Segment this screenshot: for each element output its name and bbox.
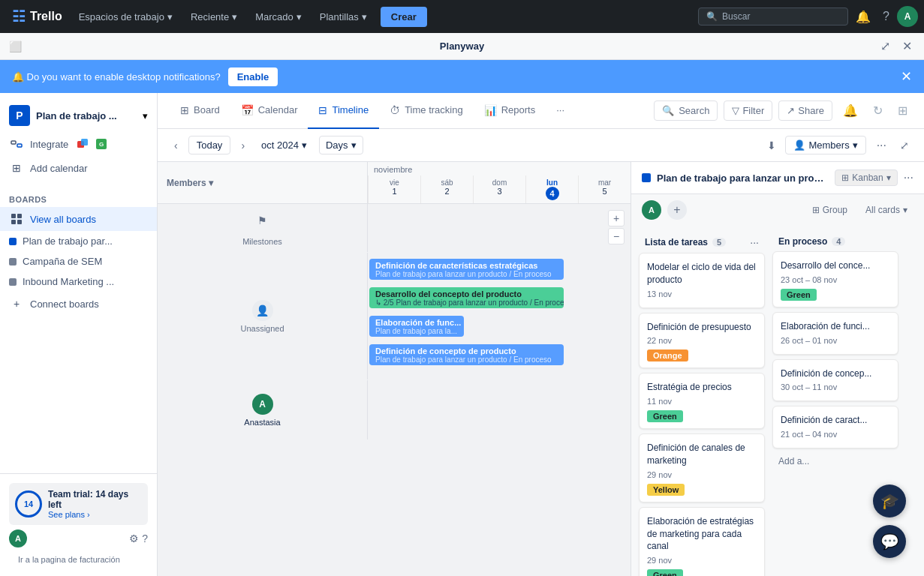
add-card-button[interactable]: Add a... (772, 453, 898, 470)
task-bar-3[interactable]: Elaboración de func... Plan de trabajo p… (369, 316, 464, 337)
kanban-card[interactable]: Definición de concep... 30 oct – 11 nov (772, 359, 898, 402)
tab-board[interactable]: ⊞ Board (170, 93, 230, 129)
date-picker[interactable]: oct 2024 ▾ (255, 136, 313, 154)
col-1-more-button[interactable]: ··· (750, 236, 759, 248)
kanban-card[interactable]: Estratégia de precios 11 nov Green (639, 373, 765, 429)
refresh-icon[interactable]: ↻ (868, 99, 887, 122)
kanban-card[interactable]: Desarrollo del conce... 23 oct – 08 nov … (772, 251, 898, 308)
sidebar-item-campana-sem[interactable]: Campaña de SEM (0, 251, 157, 272)
kanban-card[interactable]: Elaboración de estratégias de marketing … (639, 507, 765, 576)
tab-reports[interactable]: 📊 Reports (474, 93, 546, 129)
user-avatar[interactable]: A (897, 6, 918, 27)
plan-trabajo-label: Plan de trabajo par... (23, 236, 113, 247)
help-icon[interactable]: ? (878, 5, 894, 28)
all-cards-button[interactable]: All cards ▾ (859, 202, 913, 218)
sidebar-toggle-icon[interactable]: ⬜ (9, 40, 22, 52)
search-bar[interactable]: 🔍 Buscar (698, 8, 848, 26)
close-icon[interactable]: ✕ (899, 38, 915, 55)
tab-timeline[interactable]: ⊟ Timeline (308, 93, 379, 129)
group-button[interactable]: ⊞ Group (806, 202, 853, 218)
tab-calendar[interactable]: 📅 Calendar (230, 93, 309, 129)
tab-more[interactable]: ··· (546, 93, 575, 129)
chevron-down-icon: ▾ (853, 140, 858, 151)
col-1-title: Lista de tareas (645, 237, 708, 248)
anastasia-name: Anastasia (244, 418, 280, 427)
board-color-dot (9, 258, 17, 266)
kanban-card[interactable]: Definición de canales de marketing 29 no… (639, 434, 765, 502)
download-button[interactable]: ⬇ (764, 136, 779, 154)
members-button[interactable]: 👤 Members ▾ (785, 136, 865, 154)
milestones-label: Milestones (242, 237, 282, 246)
enable-notifications-button[interactable]: Enable (228, 68, 278, 86)
next-date-button[interactable]: › (236, 137, 249, 154)
timeline-toolbar: ‹ Today › oct 2024 ▾ Days ▾ ⬇ 👤 Members … (158, 129, 924, 162)
kanban-view-label: Kanban (852, 172, 883, 183)
notification-close-button[interactable]: ✕ (901, 68, 912, 85)
filter-button[interactable]: ▽ Filter (724, 100, 772, 121)
expand-icon[interactable]: ⤢ (877, 38, 893, 55)
kanban-subheader: A + ⊞ Group All cards ▾ (631, 194, 924, 226)
campana-sem-label: Campaña de SEM (23, 256, 102, 267)
timeline-more-button[interactable]: ··· (872, 137, 891, 154)
sidebar-bottom: 14 Team trial: 14 days left See plans › … (0, 473, 157, 576)
see-plans-link[interactable]: See plans › (48, 510, 142, 519)
tab-time-tracking[interactable]: ⏱ Time tracking (379, 93, 474, 129)
chevron-down-icon: ▾ (296, 11, 302, 22)
kanban-card[interactable]: Definición de caract... 21 oct – 04 nov (772, 406, 898, 448)
workspace-item[interactable]: P Plan de trabajo ... ▾ (0, 99, 157, 132)
notification-icon[interactable]: 🔔 (851, 5, 875, 28)
zoom-out-button[interactable]: − (608, 228, 625, 244)
task-subtitle-4: Plan de trabajo para lanzar un producto … (375, 356, 552, 364)
card-title: Definición de caract... (781, 414, 890, 427)
task-bar-2[interactable]: Desarrollo del concepto del producto ↳ 2… (369, 287, 564, 308)
trial-badge: 14 Team trial: 14 days left See plans › (9, 483, 148, 525)
expand-button[interactable]: ⤢ (897, 136, 912, 154)
sidebar-item-integrate[interactable]: Integrate G (0, 132, 157, 156)
connect-boards-label: Connect boards (30, 298, 99, 310)
boards-section: Boards View all boards Plan de trabajo p… (0, 186, 157, 322)
sidebar-item-plan-trabajo[interactable]: Plan de trabajo par... (0, 231, 157, 251)
tab-timeline-label: Timeline (332, 104, 369, 116)
create-button[interactable]: Crear (381, 7, 427, 27)
kanban-view-button[interactable]: ⊞ Kanban ▾ (835, 170, 897, 186)
svg-rect-3 (81, 139, 88, 146)
share-icon: ↗ (787, 105, 795, 116)
sidebar-item-add-calendar[interactable]: ⊞ Add calendar (0, 156, 157, 180)
prev-date-button[interactable]: ‹ (170, 137, 182, 154)
sidebar-item-view-all-boards[interactable]: View all boards (0, 207, 157, 231)
kanban-card[interactable]: Modelar el ciclo de vida del producto 13… (639, 253, 765, 308)
workspaces-nav[interactable]: Espacios de trabajo ▾ (71, 8, 180, 26)
billing-link[interactable]: Ir a la pagina de facturación (9, 552, 148, 567)
svg-text:G: G (99, 141, 104, 148)
col-2-title: En proceso (778, 236, 827, 247)
chevron-down-icon: ▾ (167, 11, 173, 22)
card-date: 13 nov (647, 290, 757, 298)
today-button[interactable]: Today (188, 136, 231, 154)
starred-nav[interactable]: Marcado ▾ (248, 8, 309, 26)
kanban-more-button[interactable]: ··· (904, 171, 913, 184)
help-icon[interactable]: ? (142, 532, 148, 544)
task-bar-1[interactable]: Definición de características estratégic… (369, 259, 564, 280)
kanban-col-header-2: En proceso 4 (772, 232, 898, 251)
card-date: 23 oct – 08 nov (781, 275, 890, 284)
learning-fab-button[interactable]: 🎓 (873, 484, 906, 518)
chat-fab-button[interactable]: 💬 (873, 525, 906, 558)
share-button[interactable]: ↗ Share (778, 100, 832, 121)
sidebar-item-inbound-marketing[interactable]: Inbound Marketing ... (0, 272, 157, 292)
kanban-card[interactable]: Elaboración de funci... 26 oct – 01 nov (772, 312, 898, 355)
zoom-in-button[interactable]: + (608, 210, 625, 226)
layout-icon[interactable]: ⊞ (893, 99, 912, 122)
templates-nav[interactable]: Plantillas ▾ (312, 8, 375, 26)
window-title: Planyway (440, 40, 484, 52)
recent-nav[interactable]: Reciente ▾ (183, 8, 245, 26)
view-selector[interactable]: Days ▾ (319, 136, 363, 154)
sidebar-item-connect-boards[interactable]: + Connect boards (0, 292, 157, 316)
svg-rect-6 (11, 214, 16, 218)
notification-bell-icon[interactable]: 🔔 (838, 99, 862, 122)
day-col-1: vie 1 (368, 176, 420, 203)
add-member-button[interactable]: + (667, 200, 687, 220)
kanban-card[interactable]: Definición de presupuesto 22 nov Orange (639, 313, 765, 369)
search-bar[interactable]: 🔍 Search (654, 100, 718, 121)
settings-icon[interactable]: ⚙ (129, 532, 139, 544)
task-bar-4[interactable]: Definición de concepto de producto Plan … (369, 344, 564, 365)
